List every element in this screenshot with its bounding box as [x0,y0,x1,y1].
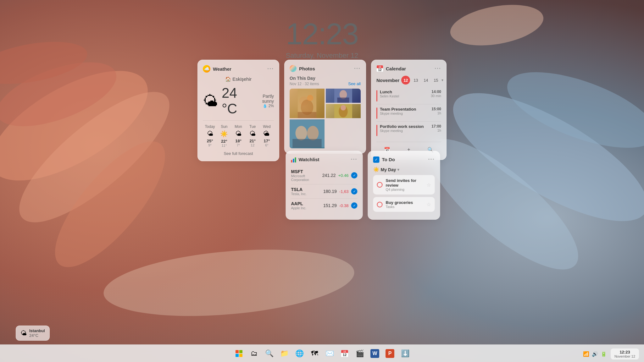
todo-title: To Do [382,157,395,162]
taskbar-search[interactable]: 🔍 [262,347,276,360]
event-team-presentation: Team Presentation Skype meeting 15:00 1h [376,104,441,122]
folder-icon: 📁 [280,349,289,358]
svg-rect-10 [298,89,316,118]
aapl-check: ✓ [351,202,358,209]
watchlist-bars-icon [291,157,296,162]
taskbar-download[interactable]: ⬇️ [398,347,412,360]
taskbar-word[interactable]: W [368,347,382,360]
taskbar-powerpoint[interactable]: P [383,347,397,360]
todo-menu-button[interactable]: ··· [428,156,435,163]
photo-4[interactable] [290,119,325,148]
calendar-day-numbers: 12 13 14 15 ▾ [401,76,443,85]
calendar-nav: November 12 13 14 15 ▾ [376,76,441,85]
tray-icons: 📶 🔊 🔋 [583,351,607,357]
svg-point-13 [307,95,314,101]
taskbar-calendar[interactable]: 12 12 [338,347,352,360]
myday-chevron[interactable]: ▾ [397,167,399,172]
word-icon: W [370,349,379,358]
calendar-events: Lunch Selim Kestel 14:00 30 min Team Pre… [376,87,441,139]
todo-widget: ✓ To Do ··· ☀️ My Day ▾ Send invites for… [368,151,440,220]
todo-star-1[interactable]: ☆ [427,201,431,207]
taskbar-clipchamp[interactable]: 🎬 [353,347,367,360]
todo-item-groceries[interactable]: Buy groceries Tasks ☆ [373,197,435,212]
todo-item-invites[interactable]: Send invites for review Q4 planning ☆ [373,175,435,195]
svg-rect-21 [290,120,325,148]
powerpoint-icon: P [386,349,394,358]
day-12[interactable]: 12 [401,76,410,85]
see-all-photos-link[interactable]: See all [348,81,361,86]
photo-1[interactable] [290,89,325,118]
corner-weather-icon: 🌤 [20,330,27,337]
calendar-widget: 12 12 Calendar ··· November 12 13 14 15 … [371,60,447,160]
battery-icon[interactable]: 🔋 [601,351,607,357]
weather-title: Weather [213,66,231,72]
weather-forecast: Today 🌤 25° 9° Sun ☀️ 22° 11° Mon 🌤 18° … [203,120,274,147]
photos-menu-button[interactable]: ··· [354,65,361,72]
todo-star-0[interactable]: ☆ [427,182,431,188]
corner-weather-widget: 🌤 Istanbul 24°C [16,326,50,341]
wifi-icon[interactable]: 📶 [583,351,589,357]
search-icon: 🔍 [265,349,274,358]
weather-icon: ☁️ [203,65,210,73]
taskbar-mail[interactable]: ✉️ [323,347,336,360]
weather-menu-button[interactable]: ··· [267,66,274,72]
watchlist-title: Watchlist [299,157,319,162]
todo-check-1[interactable] [377,202,383,207]
weather-temperature: 24 °C [222,85,250,117]
see-full-forecast-link[interactable]: See full forecast [203,151,274,156]
watchlist-menu-button[interactable]: ··· [351,156,357,163]
calendar-menu-button[interactable]: ··· [435,65,441,72]
download-icon: ⬇️ [401,349,409,358]
weather-main: 🌤 24 °C Partly sunny 💧 2% [203,85,274,117]
taskbar-icons: 🗂 🔍 📁 🌐 🗺 ✉️ 12 12 🎬 W [232,347,412,360]
svg-point-12 [301,100,314,115]
photo-3[interactable] [326,104,361,118]
edge-icon: 🌐 [295,349,304,358]
photos-subheader: On This Day Nov 12 · 32 items See all [290,76,361,86]
mail-icon: ✉️ [325,349,334,358]
event-indicator-2 [376,125,377,136]
day-13[interactable]: 13 [411,76,420,85]
calendar-chevron[interactable]: ▾ [441,78,443,82]
tray-time: 12:23 [614,350,636,354]
event-portfolio: Portfolio work session Skype meeting 17:… [376,122,441,139]
clock-time: 12:23 [286,19,358,49]
todo-check-0[interactable] [377,182,383,188]
day-14[interactable]: 14 [421,76,430,85]
weather-location: Eskişehir [203,76,274,82]
stock-aapl[interactable]: AAPL Apple Inc. 151.29 -0.38 ✓ [291,199,358,212]
svg-rect-17 [337,97,349,103]
taskbar-maps[interactable]: 🗺 [308,347,321,360]
calendar-header: 12 12 Calendar ··· [376,65,441,72]
taskbar-edge[interactable]: 🌐 [292,347,306,360]
svg-point-16 [340,90,347,99]
day-15[interactable]: 15 [431,76,440,85]
watchlist-header: Watchlist ··· [291,156,358,163]
clipchamp-icon: 🎬 [356,349,364,358]
svg-rect-15 [334,89,352,103]
myday-sun-icon: ☀️ [373,167,380,173]
forecast-day-4: Wed 🌥 17° 6° [260,124,274,147]
widgets-row-1: ☁️ Weather ··· Eskişehir 🌤 24 °C Partly … [197,60,447,161]
forecast-day-3: Tue 🌤 21° 12 [246,124,260,147]
event-indicator-0 [376,90,377,101]
maps-icon: 🗺 [311,349,318,358]
file-explorer-icon: 🗂 [251,349,258,358]
widgets-row-2: Watchlist ··· MSFT Microsoft Corporation… [286,151,440,220]
taskbar-windows-start[interactable] [232,347,246,360]
stock-msft[interactable]: MSFT Microsoft Corporation 241.22 +0.46 … [291,167,358,184]
svg-point-19 [339,106,347,118]
weather-condition: Partly sunny 💧 2% [254,94,274,108]
taskbar-file-explorer[interactable]: 🗂 [247,347,261,360]
forecast-day-0: Today 🌤 25° 9° [203,124,217,147]
svg-point-11 [299,96,309,106]
photo-2[interactable] [326,89,361,103]
clock-area: 12:23 Saturday, November 12 [286,19,358,60]
forecast-day-1: Sun ☀️ 22° 11° [217,124,231,147]
taskbar-explorer-orange[interactable]: 📁 [277,347,291,360]
stock-tsla[interactable]: TSLA Tesla, Inc. 180.19 -1,63 ✓ [291,184,358,199]
calendar-title: Calendar [386,66,406,71]
tray-clock[interactable]: 12:23 November 12 [611,348,639,359]
weather-header: ☁️ Weather ··· [203,65,274,73]
volume-icon[interactable]: 🔊 [592,351,598,357]
